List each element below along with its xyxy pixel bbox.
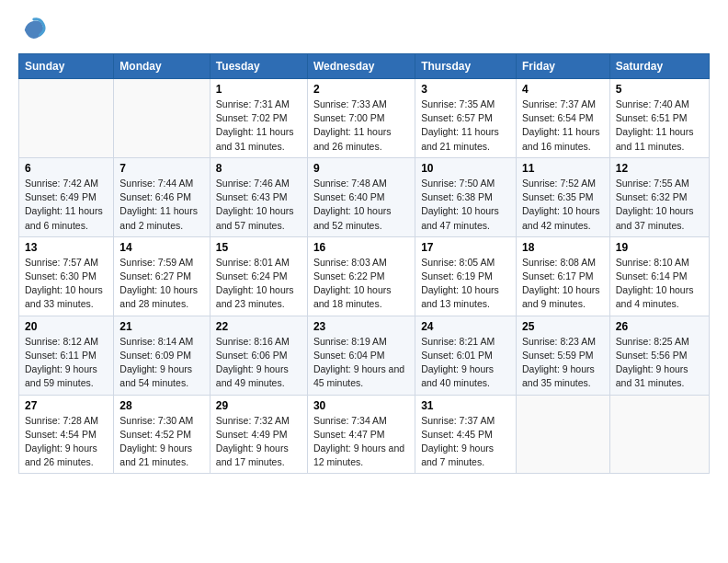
day-info: Sunrise: 8:12 AMSunset: 6:11 PMDaylight:… (25, 335, 108, 391)
day-info: Sunrise: 7:48 AMSunset: 6:40 PMDaylight:… (313, 177, 409, 233)
day-cell: 5Sunrise: 7:40 AMSunset: 6:51 PMDaylight… (609, 79, 709, 158)
day-cell (516, 395, 609, 474)
week-row-5: 27Sunrise: 7:28 AMSunset: 4:54 PMDayligh… (19, 395, 710, 474)
day-cell: 22Sunrise: 8:16 AMSunset: 6:06 PMDayligh… (210, 316, 307, 395)
day-number: 3 (421, 83, 510, 96)
day-cell: 1Sunrise: 7:31 AMSunset: 7:02 PMDaylight… (210, 79, 307, 158)
day-number: 29 (216, 399, 301, 412)
day-cell: 18Sunrise: 8:08 AMSunset: 6:17 PMDayligh… (516, 236, 609, 316)
day-number: 31 (421, 399, 510, 412)
day-cell: 19Sunrise: 8:10 AMSunset: 6:14 PMDayligh… (609, 236, 709, 316)
day-info: Sunrise: 8:05 AMSunset: 6:19 PMDaylight:… (421, 256, 510, 312)
page: SundayMondayTuesdayWednesdayThursdayFrid… (0, 0, 728, 488)
day-cell: 16Sunrise: 8:03 AMSunset: 6:22 PMDayligh… (307, 236, 415, 316)
day-number: 23 (313, 320, 409, 333)
day-cell: 27Sunrise: 7:28 AMSunset: 4:54 PMDayligh… (19, 395, 114, 474)
day-info: Sunrise: 8:10 AMSunset: 6:14 PMDaylight:… (616, 256, 703, 312)
day-number: 18 (522, 241, 604, 254)
day-info: Sunrise: 7:35 AMSunset: 6:57 PMDaylight:… (421, 98, 510, 154)
day-number: 1 (216, 83, 301, 96)
day-number: 22 (216, 320, 301, 333)
day-cell: 25Sunrise: 8:23 AMSunset: 5:59 PMDayligh… (516, 316, 609, 395)
day-cell: 4Sunrise: 7:37 AMSunset: 6:54 PMDaylight… (516, 79, 609, 158)
day-info: Sunrise: 7:33 AMSunset: 7:00 PMDaylight:… (313, 98, 409, 154)
day-info: Sunrise: 7:52 AMSunset: 6:35 PMDaylight:… (522, 177, 604, 233)
day-number: 6 (25, 162, 108, 175)
col-header-monday: Monday (114, 54, 210, 79)
day-number: 26 (616, 320, 703, 333)
day-number: 2 (313, 83, 409, 96)
col-header-wednesday: Wednesday (307, 54, 415, 79)
day-cell: 8Sunrise: 7:46 AMSunset: 6:43 PMDaylight… (210, 157, 307, 236)
week-row-3: 13Sunrise: 7:57 AMSunset: 6:30 PMDayligh… (19, 236, 710, 316)
day-info: Sunrise: 8:01 AMSunset: 6:24 PMDaylight:… (216, 256, 301, 312)
day-info: Sunrise: 8:21 AMSunset: 6:01 PMDaylight:… (421, 335, 510, 391)
day-cell: 12Sunrise: 7:55 AMSunset: 6:32 PMDayligh… (609, 157, 709, 236)
day-cell: 11Sunrise: 7:52 AMSunset: 6:35 PMDayligh… (516, 157, 609, 236)
day-cell: 15Sunrise: 8:01 AMSunset: 6:24 PMDayligh… (210, 236, 307, 316)
day-number: 28 (119, 399, 204, 412)
day-cell: 21Sunrise: 8:14 AMSunset: 6:09 PMDayligh… (114, 316, 210, 395)
day-number: 27 (25, 399, 108, 412)
day-number: 30 (313, 399, 409, 412)
day-info: Sunrise: 8:25 AMSunset: 5:56 PMDaylight:… (616, 335, 703, 391)
col-header-sunday: Sunday (19, 54, 114, 79)
day-info: Sunrise: 7:28 AMSunset: 4:54 PMDaylight:… (25, 414, 108, 470)
day-info: Sunrise: 7:34 AMSunset: 4:47 PMDaylight:… (313, 414, 409, 470)
day-info: Sunrise: 7:59 AMSunset: 6:27 PMDaylight:… (119, 256, 204, 312)
day-cell (609, 395, 709, 474)
day-info: Sunrise: 7:50 AMSunset: 6:38 PMDaylight:… (421, 177, 510, 233)
day-number: 10 (421, 162, 510, 175)
day-info: Sunrise: 8:19 AMSunset: 6:04 PMDaylight:… (313, 335, 409, 391)
day-cell: 2Sunrise: 7:33 AMSunset: 7:00 PMDaylight… (307, 79, 415, 158)
day-info: Sunrise: 7:37 AMSunset: 6:54 PMDaylight:… (522, 98, 604, 154)
col-header-friday: Friday (516, 54, 609, 79)
header (18, 15, 710, 44)
day-number: 5 (616, 83, 703, 96)
day-number: 20 (25, 320, 108, 333)
day-cell: 14Sunrise: 7:59 AMSunset: 6:27 PMDayligh… (114, 236, 210, 316)
col-header-tuesday: Tuesday (210, 54, 307, 79)
day-cell: 9Sunrise: 7:48 AMSunset: 6:40 PMDaylight… (307, 157, 415, 236)
week-row-4: 20Sunrise: 8:12 AMSunset: 6:11 PMDayligh… (19, 316, 710, 395)
week-row-1: 1Sunrise: 7:31 AMSunset: 7:02 PMDaylight… (19, 79, 710, 158)
day-number: 16 (313, 241, 409, 254)
day-cell: 29Sunrise: 7:32 AMSunset: 4:49 PMDayligh… (210, 395, 307, 474)
day-number: 12 (616, 162, 703, 175)
day-cell: 30Sunrise: 7:34 AMSunset: 4:47 PMDayligh… (307, 395, 415, 474)
day-cell: 24Sunrise: 8:21 AMSunset: 6:01 PMDayligh… (415, 316, 517, 395)
day-info: Sunrise: 8:08 AMSunset: 6:17 PMDaylight:… (522, 256, 604, 312)
day-info: Sunrise: 7:44 AMSunset: 6:46 PMDaylight:… (119, 177, 204, 233)
day-info: Sunrise: 7:40 AMSunset: 6:51 PMDaylight:… (616, 98, 703, 154)
day-cell: 23Sunrise: 8:19 AMSunset: 6:04 PMDayligh… (307, 316, 415, 395)
day-cell: 26Sunrise: 8:25 AMSunset: 5:56 PMDayligh… (609, 316, 709, 395)
logo-icon (18, 15, 48, 44)
day-info: Sunrise: 7:55 AMSunset: 6:32 PMDaylight:… (616, 177, 703, 233)
logo (18, 15, 51, 44)
calendar-table: SundayMondayTuesdayWednesdayThursdayFrid… (18, 53, 710, 474)
day-number: 7 (119, 162, 204, 175)
day-cell: 10Sunrise: 7:50 AMSunset: 6:38 PMDayligh… (415, 157, 517, 236)
day-info: Sunrise: 7:42 AMSunset: 6:49 PMDaylight:… (25, 177, 108, 233)
day-info: Sunrise: 8:14 AMSunset: 6:09 PMDaylight:… (119, 335, 204, 391)
day-number: 13 (25, 241, 108, 254)
day-cell: 13Sunrise: 7:57 AMSunset: 6:30 PMDayligh… (19, 236, 114, 316)
day-number: 21 (119, 320, 204, 333)
day-cell: 20Sunrise: 8:12 AMSunset: 6:11 PMDayligh… (19, 316, 114, 395)
day-info: Sunrise: 7:37 AMSunset: 4:45 PMDaylight:… (421, 414, 510, 470)
day-cell: 3Sunrise: 7:35 AMSunset: 6:57 PMDaylight… (415, 79, 517, 158)
day-cell: 31Sunrise: 7:37 AMSunset: 4:45 PMDayligh… (415, 395, 517, 474)
day-number: 8 (216, 162, 301, 175)
day-number: 19 (616, 241, 703, 254)
day-number: 24 (421, 320, 510, 333)
day-info: Sunrise: 8:03 AMSunset: 6:22 PMDaylight:… (313, 256, 409, 312)
day-number: 17 (421, 241, 510, 254)
day-info: Sunrise: 7:30 AMSunset: 4:52 PMDaylight:… (119, 414, 204, 470)
col-header-thursday: Thursday (415, 54, 517, 79)
day-info: Sunrise: 8:16 AMSunset: 6:06 PMDaylight:… (216, 335, 301, 391)
day-number: 14 (119, 241, 204, 254)
day-cell (114, 79, 210, 158)
day-cell: 6Sunrise: 7:42 AMSunset: 6:49 PMDaylight… (19, 157, 114, 236)
col-header-saturday: Saturday (609, 54, 709, 79)
day-cell (19, 79, 114, 158)
